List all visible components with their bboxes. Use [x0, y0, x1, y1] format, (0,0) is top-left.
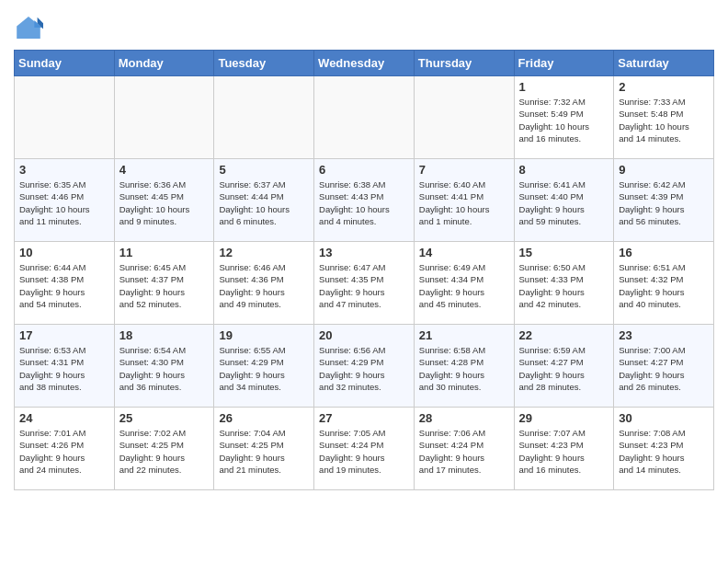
calendar-cell: 5Sunrise: 6:37 AM Sunset: 4:44 PM Daylig… [214, 159, 314, 242]
day-number: 21 [419, 328, 509, 342]
day-info: Sunrise: 6:53 AM Sunset: 4:31 PM Dayligh… [19, 344, 109, 393]
calendar-cell: 14Sunrise: 6:49 AM Sunset: 4:34 PM Dayli… [414, 242, 514, 325]
day-info: Sunrise: 7:01 AM Sunset: 4:26 PM Dayligh… [19, 427, 109, 476]
day-number: 1 [519, 80, 609, 94]
day-number: 22 [519, 328, 609, 342]
calendar-cell: 3Sunrise: 6:35 AM Sunset: 4:46 PM Daylig… [15, 159, 115, 242]
day-number: 12 [219, 246, 309, 259]
day-number: 26 [219, 411, 309, 425]
day-number: 9 [619, 163, 709, 177]
day-info: Sunrise: 7:02 AM Sunset: 4:25 PM Dayligh… [119, 427, 210, 476]
day-info: Sunrise: 7:08 AM Sunset: 4:23 PM Dayligh… [619, 427, 709, 476]
calendar-cell: 18Sunrise: 6:54 AM Sunset: 4:30 PM Dayli… [114, 325, 214, 408]
day-info: Sunrise: 6:37 AM Sunset: 4:44 PM Dayligh… [219, 178, 309, 227]
calendar-cell: 11Sunrise: 6:45 AM Sunset: 4:37 PM Dayli… [114, 242, 214, 325]
day-info: Sunrise: 7:00 AM Sunset: 4:27 PM Dayligh… [619, 344, 709, 393]
day-number: 13 [319, 246, 409, 259]
day-info: Sunrise: 6:42 AM Sunset: 4:39 PM Dayligh… [619, 178, 709, 227]
calendar-cell [114, 76, 214, 159]
day-number: 24 [19, 411, 109, 425]
calendar-cell: 24Sunrise: 7:01 AM Sunset: 4:26 PM Dayli… [15, 408, 115, 490]
calendar-header-row: SundayMondayTuesdayWednesdayThursdayFrid… [15, 51, 714, 76]
day-info: Sunrise: 6:45 AM Sunset: 4:37 PM Dayligh… [119, 261, 210, 310]
day-info: Sunrise: 6:36 AM Sunset: 4:45 PM Dayligh… [119, 178, 210, 227]
header [14, 9, 714, 42]
day-info: Sunrise: 6:55 AM Sunset: 4:29 PM Dayligh… [219, 344, 309, 393]
day-info: Sunrise: 7:04 AM Sunset: 4:25 PM Dayligh… [219, 427, 309, 476]
day-number: 20 [319, 328, 409, 342]
calendar-cell: 27Sunrise: 7:05 AM Sunset: 4:24 PM Dayli… [314, 408, 415, 490]
day-number: 15 [519, 246, 609, 259]
calendar-cell [314, 76, 415, 159]
calendar-week-2: 3Sunrise: 6:35 AM Sunset: 4:46 PM Daylig… [15, 159, 714, 242]
column-header-friday: Friday [514, 51, 614, 76]
calendar-cell: 4Sunrise: 6:36 AM Sunset: 4:45 PM Daylig… [114, 159, 214, 242]
page: SundayMondayTuesdayWednesdayThursdayFrid… [0, 0, 728, 504]
calendar-cell: 16Sunrise: 6:51 AM Sunset: 4:32 PM Dayli… [614, 242, 714, 325]
day-number: 6 [319, 163, 409, 177]
day-number: 14 [419, 246, 509, 259]
calendar-cell: 19Sunrise: 6:55 AM Sunset: 4:29 PM Dayli… [214, 325, 314, 408]
day-number: 11 [119, 246, 210, 259]
calendar-cell: 9Sunrise: 6:42 AM Sunset: 4:39 PM Daylig… [614, 159, 714, 242]
calendar-cell: 17Sunrise: 6:53 AM Sunset: 4:31 PM Dayli… [15, 325, 115, 408]
day-number: 16 [619, 246, 709, 259]
day-info: Sunrise: 6:44 AM Sunset: 4:38 PM Dayligh… [19, 261, 109, 310]
day-info: Sunrise: 6:51 AM Sunset: 4:32 PM Dayligh… [619, 261, 709, 310]
calendar-cell: 22Sunrise: 6:59 AM Sunset: 4:27 PM Dayli… [514, 325, 614, 408]
day-number: 2 [619, 80, 709, 94]
day-number: 3 [19, 163, 109, 177]
logo-icon [14, 13, 43, 42]
day-info: Sunrise: 6:56 AM Sunset: 4:29 PM Dayligh… [319, 344, 409, 393]
calendar-cell [414, 76, 514, 159]
calendar-week-1: 1Sunrise: 7:32 AM Sunset: 5:49 PM Daylig… [15, 76, 714, 159]
day-number: 23 [619, 328, 709, 342]
calendar-cell: 2Sunrise: 7:33 AM Sunset: 5:48 PM Daylig… [614, 76, 714, 159]
day-number: 28 [419, 411, 509, 425]
day-number: 4 [119, 163, 210, 177]
calendar-cell: 15Sunrise: 6:50 AM Sunset: 4:33 PM Dayli… [514, 242, 614, 325]
calendar-cell: 8Sunrise: 6:41 AM Sunset: 4:40 PM Daylig… [514, 159, 614, 242]
calendar-cell: 30Sunrise: 7:08 AM Sunset: 4:23 PM Dayli… [614, 408, 714, 490]
day-info: Sunrise: 6:40 AM Sunset: 4:41 PM Dayligh… [419, 178, 509, 227]
day-info: Sunrise: 7:32 AM Sunset: 5:49 PM Dayligh… [519, 96, 609, 144]
day-number: 19 [219, 328, 309, 342]
day-info: Sunrise: 6:41 AM Sunset: 4:40 PM Dayligh… [519, 178, 609, 227]
calendar-cell: 28Sunrise: 7:06 AM Sunset: 4:24 PM Dayli… [414, 408, 514, 490]
day-info: Sunrise: 7:07 AM Sunset: 4:23 PM Dayligh… [519, 427, 609, 476]
day-info: Sunrise: 6:47 AM Sunset: 4:35 PM Dayligh… [319, 261, 409, 310]
day-number: 8 [519, 163, 609, 177]
day-number: 27 [319, 411, 409, 425]
logo [14, 13, 47, 42]
calendar-week-3: 10Sunrise: 6:44 AM Sunset: 4:38 PM Dayli… [15, 242, 714, 325]
calendar-cell [15, 76, 115, 159]
day-info: Sunrise: 6:59 AM Sunset: 4:27 PM Dayligh… [519, 344, 609, 393]
calendar-cell: 6Sunrise: 6:38 AM Sunset: 4:43 PM Daylig… [314, 159, 415, 242]
column-header-thursday: Thursday [414, 51, 514, 76]
day-info: Sunrise: 6:54 AM Sunset: 4:30 PM Dayligh… [119, 344, 210, 393]
column-header-wednesday: Wednesday [314, 51, 415, 76]
calendar-cell: 10Sunrise: 6:44 AM Sunset: 4:38 PM Dayli… [15, 242, 115, 325]
column-header-monday: Monday [114, 51, 214, 76]
column-header-saturday: Saturday [614, 51, 714, 76]
calendar-cell: 23Sunrise: 7:00 AM Sunset: 4:27 PM Dayli… [614, 325, 714, 408]
day-info: Sunrise: 7:05 AM Sunset: 4:24 PM Dayligh… [319, 427, 409, 476]
calendar-cell [214, 76, 314, 159]
day-info: Sunrise: 6:50 AM Sunset: 4:33 PM Dayligh… [519, 261, 609, 310]
day-info: Sunrise: 6:58 AM Sunset: 4:28 PM Dayligh… [419, 344, 509, 393]
calendar-week-5: 24Sunrise: 7:01 AM Sunset: 4:26 PM Dayli… [15, 408, 714, 490]
day-info: Sunrise: 7:33 AM Sunset: 5:48 PM Dayligh… [619, 96, 709, 144]
day-number: 10 [19, 246, 109, 259]
column-header-tuesday: Tuesday [214, 51, 314, 76]
calendar-cell: 20Sunrise: 6:56 AM Sunset: 4:29 PM Dayli… [314, 325, 415, 408]
day-info: Sunrise: 6:35 AM Sunset: 4:46 PM Dayligh… [19, 178, 109, 227]
day-number: 18 [119, 328, 210, 342]
day-info: Sunrise: 6:49 AM Sunset: 4:34 PM Dayligh… [419, 261, 509, 310]
day-number: 30 [619, 411, 709, 425]
day-info: Sunrise: 6:38 AM Sunset: 4:43 PM Dayligh… [319, 178, 409, 227]
day-number: 29 [519, 411, 609, 425]
calendar-cell: 7Sunrise: 6:40 AM Sunset: 4:41 PM Daylig… [414, 159, 514, 242]
calendar-cell: 26Sunrise: 7:04 AM Sunset: 4:25 PM Dayli… [214, 408, 314, 490]
calendar-week-4: 17Sunrise: 6:53 AM Sunset: 4:31 PM Dayli… [15, 325, 714, 408]
calendar-table: SundayMondayTuesdayWednesdayThursdayFrid… [14, 50, 714, 490]
